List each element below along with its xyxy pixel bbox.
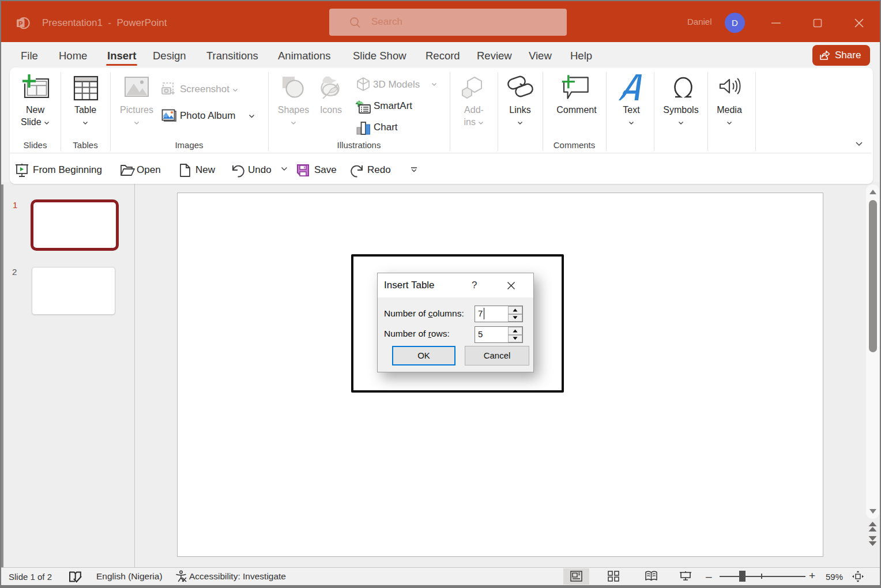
svg-text:P: P xyxy=(18,20,22,27)
